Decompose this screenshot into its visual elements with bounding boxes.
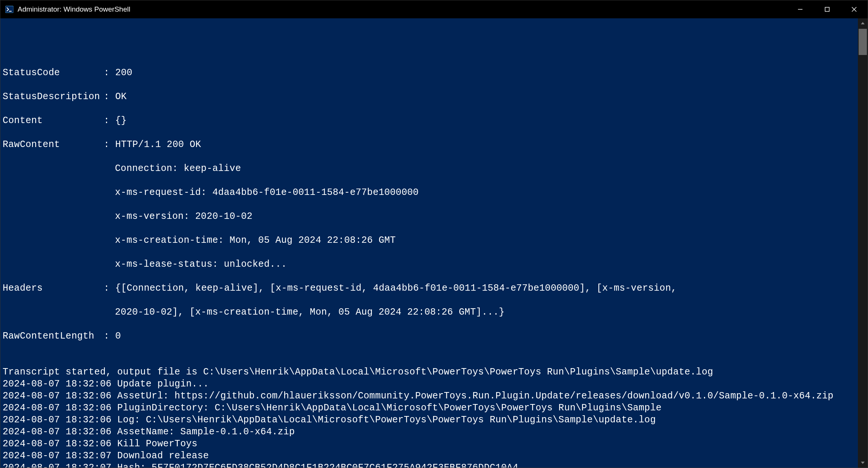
svg-rect-0 <box>5 6 13 13</box>
minimize-button[interactable] <box>787 0 814 18</box>
log-line: 2024-08-07 18:32:06 Update plugin... <box>3 379 209 389</box>
rawcontent-val: HTTP/1.1 200 OK <box>115 139 856 151</box>
powershell-window: Administrator: Windows PowerShell Status… <box>0 0 868 468</box>
content-key: Content <box>3 115 104 127</box>
window-title: Administrator: Windows PowerShell <box>18 5 787 13</box>
rawlen-key: RawContentLength <box>3 330 104 342</box>
terminal-output[interactable]: StatusCode: 200 StatusDescription: OK Co… <box>0 18 858 468</box>
rawcontent-l3: x-ms-request-id: 4daa4bb6-f01e-0011-1584… <box>3 187 856 199</box>
content-val: {} <box>115 115 856 127</box>
status-code-key: StatusCode <box>3 67 104 79</box>
status-desc-val: OK <box>115 91 856 103</box>
svg-rect-3 <box>825 7 829 12</box>
rawcontent-l2: Connection: keep-alive <box>3 163 856 175</box>
vertical-scrollbar[interactable] <box>858 18 868 468</box>
scrollbar-up-arrow[interactable] <box>858 18 868 28</box>
log-line: 2024-08-07 18:32:06 Log: C:\Users\Henrik… <box>3 415 656 425</box>
headers-key: Headers <box>3 282 104 294</box>
scrollbar-down-arrow[interactable] <box>858 458 868 468</box>
rawcontent-l5: x-ms-creation-time: Mon, 05 Aug 2024 22:… <box>3 235 856 247</box>
rawlen-val: 0 <box>115 330 856 342</box>
maximize-button[interactable] <box>814 0 841 18</box>
scrollbar-thumb[interactable] <box>859 29 867 55</box>
window-controls <box>787 0 868 18</box>
powershell-icon <box>5 5 14 14</box>
content-area: StatusCode: 200 StatusDescription: OK Co… <box>0 18 868 468</box>
close-button[interactable] <box>841 0 868 18</box>
titlebar[interactable]: Administrator: Windows PowerShell <box>0 0 868 18</box>
headers-l2: 2020-10-02], [x-ms-creation-time, Mon, 0… <box>3 306 856 318</box>
rawcontent-l4: x-ms-version: 2020-10-02 <box>3 211 856 223</box>
status-code-val: 200 <box>115 67 856 79</box>
rawcontent-l6: x-ms-lease-status: unlocked... <box>3 259 856 270</box>
log-line: 2024-08-07 18:32:06 Kill PowerToys <box>3 438 197 449</box>
transcript-start: Transcript started, output file is C:\Us… <box>3 367 713 377</box>
log-line: 2024-08-07 18:32:07 Hash: 5F7F0172D7EC6F… <box>3 462 518 468</box>
rawcontent-key: RawContent <box>3 139 104 151</box>
log-line: 2024-08-07 18:32:06 AssetUrl: https://gi… <box>3 391 834 401</box>
log-line: 2024-08-07 18:32:06 AssetName: Sample-0.… <box>3 426 295 437</box>
status-desc-key: StatusDescription <box>3 91 104 103</box>
log-line: 2024-08-07 18:32:07 Download release <box>3 450 209 461</box>
response-block: StatusCode: 200 StatusDescription: OK Co… <box>3 55 856 354</box>
headers-val: {[Connection, keep-alive], [x-ms-request… <box>115 282 856 294</box>
log-line: 2024-08-07 18:32:06 PluginDirectory: C:\… <box>3 403 662 413</box>
